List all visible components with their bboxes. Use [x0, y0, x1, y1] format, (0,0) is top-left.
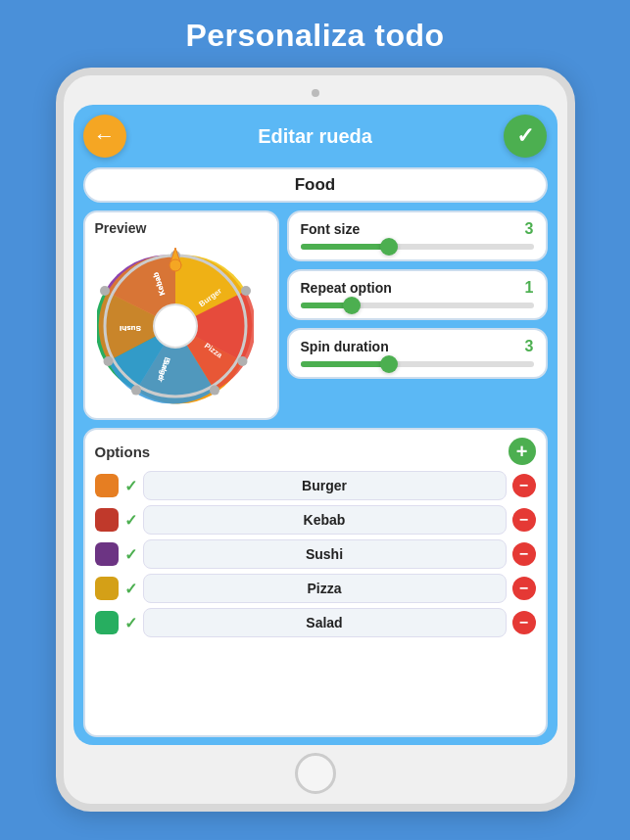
list-item: ✓ Sushi − — [95, 539, 536, 569]
svg-point-5 — [100, 286, 110, 296]
repeat-option-card: Repeat option 1 — [287, 269, 548, 320]
preview-panel: Preview — [83, 210, 279, 420]
repeat-option-thumb[interactable] — [343, 297, 361, 314]
back-button[interactable]: ← — [83, 115, 126, 158]
font-size-card: Font size 3 — [287, 210, 548, 261]
spin-duration-card: Spin duration 3 — [287, 328, 548, 379]
option-name-pizza[interactable]: Pizza — [143, 574, 507, 603]
spin-duration-fill — [301, 361, 389, 367]
font-size-track[interactable] — [301, 244, 534, 250]
spin-duration-track[interactable] — [301, 361, 534, 367]
header-title: Editar rueda — [258, 125, 372, 148]
svg-point-3 — [237, 356, 247, 366]
option-color-pizza — [95, 577, 119, 600]
slider-header-spin: Spin duration 3 — [301, 338, 534, 355]
repeat-option-label: Repeat option — [301, 280, 392, 296]
option-check-pizza[interactable]: ✓ — [124, 580, 137, 598]
list-item: ✓ Salad − — [95, 608, 536, 637]
tablet-camera — [312, 89, 319, 97]
options-label: Options — [95, 443, 151, 460]
confirm-button[interactable]: ✓ — [504, 115, 547, 158]
wheel-name-input[interactable]: Food — [83, 167, 548, 203]
add-option-button[interactable]: + — [509, 438, 536, 465]
preview-label: Preview — [95, 220, 147, 236]
svg-point-6 — [103, 356, 113, 366]
option-name-salad[interactable]: Salad — [143, 608, 507, 637]
svg-point-0 — [154, 304, 197, 348]
remove-kebab-button[interactable]: − — [512, 508, 536, 532]
font-size-thumb[interactable] — [380, 238, 398, 256]
options-section: Options + ✓ Burger − ✓ Kebab − ✓ Sushi − — [83, 428, 548, 737]
option-color-salad — [95, 611, 119, 634]
list-item: ✓ Kebab − — [95, 505, 536, 535]
remove-sushi-button[interactable]: − — [512, 542, 536, 566]
option-color-kebab — [95, 508, 119, 532]
app-header: ← Editar rueda ✓ — [83, 115, 548, 158]
spin-duration-value: 3 — [525, 338, 534, 355]
svg-point-7 — [210, 386, 219, 396]
svg-point-4 — [131, 386, 141, 396]
list-item: ✓ Burger − — [95, 471, 536, 500]
font-size-label: Font size — [301, 221, 361, 237]
spin-duration-thumb[interactable] — [380, 355, 398, 373]
option-check-burger[interactable]: ✓ — [124, 477, 137, 495]
option-check-salad[interactable]: ✓ — [124, 614, 137, 632]
option-name-kebab[interactable]: Kebab — [143, 505, 507, 535]
main-section: Preview — [83, 210, 548, 420]
slider-header-fontsize: Font size 3 — [301, 220, 534, 238]
option-name-sushi[interactable]: Sushi — [143, 539, 507, 569]
svg-point-18 — [170, 259, 181, 271]
wheel-svg: Burger Pizza Salad Sushi Kebab Kebab Sus… — [97, 248, 254, 404]
repeat-option-track[interactable] — [301, 303, 534, 308]
list-item: ✓ Pizza − — [95, 574, 536, 603]
slider-header-repeat: Repeat option 1 — [301, 279, 534, 297]
option-color-sushi — [95, 542, 119, 566]
page-title: Personaliza todo — [185, 18, 444, 54]
sliders-panel: Font size 3 Repeat option 1 — [287, 210, 548, 420]
svg-text:Sushi: Sushi — [120, 324, 141, 333]
home-button[interactable] — [295, 753, 336, 794]
wheel-container: Burger Pizza Salad Sushi Kebab Kebab Sus… — [91, 242, 260, 410]
remove-salad-button[interactable]: − — [512, 611, 536, 634]
option-check-kebab[interactable]: ✓ — [124, 511, 137, 530]
option-color-burger — [95, 474, 119, 497]
font-size-fill — [301, 244, 389, 250]
svg-point-8 — [241, 286, 251, 296]
remove-pizza-button[interactable]: − — [512, 577, 536, 600]
font-size-value: 3 — [525, 220, 534, 238]
option-check-sushi[interactable]: ✓ — [124, 545, 137, 564]
options-header: Options + — [95, 438, 536, 465]
repeat-option-value: 1 — [525, 279, 534, 297]
tablet-frame: ← Editar rueda ✓ Food Preview — [56, 68, 575, 812]
app-content: ← Editar rueda ✓ Food Preview — [73, 105, 557, 745]
spin-duration-label: Spin duration — [301, 339, 389, 354]
remove-burger-button[interactable]: − — [512, 474, 536, 497]
option-name-burger[interactable]: Burger — [143, 471, 507, 500]
